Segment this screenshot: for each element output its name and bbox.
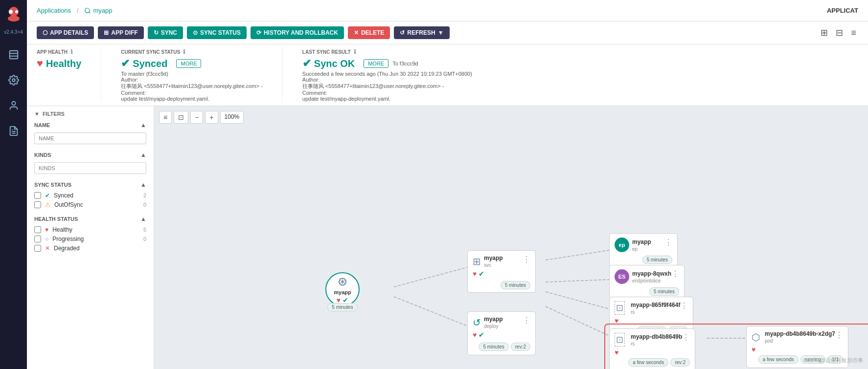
deploy-icon: ↺: [473, 317, 481, 328]
ep-node[interactable]: ep myapp ep ⋮ 5 minutes: [609, 233, 678, 267]
more-options-button[interactable]: ≡: [849, 25, 858, 40]
degraded-label: Degraded: [54, 245, 80, 252]
filter-icon: ▼: [34, 111, 40, 117]
zoom-in-button[interactable]: +: [205, 111, 218, 124]
endpointslice-menu-icon[interactable]: ⋮: [671, 269, 679, 279]
refresh-icon: ↺: [400, 29, 405, 36]
deploy-menu-icon[interactable]: ⋮: [523, 316, 530, 325]
delete-icon: ✕: [354, 29, 359, 36]
crop-button[interactable]: ⊡: [174, 111, 188, 124]
svc-node[interactable]: ⊞ myapp svc ⋮ ♥ ✔ 5 minutes: [467, 250, 536, 293]
root-node-badge: 5 minutes: [327, 303, 357, 311]
svg-line-14: [394, 297, 467, 326]
refresh-dropdown-icon: ▼: [438, 29, 444, 36]
rs2-node-title: myapp-db4b8649b: [631, 333, 682, 340]
pod-menu-icon[interactable]: ⋮: [835, 330, 843, 340]
rs2-node-body: ⊡ myapp-db4b8649b rs: [615, 333, 682, 347]
breadcrumb-applications[interactable]: Applications: [37, 7, 71, 14]
breadcrumb-current: myapp: [84, 7, 112, 14]
progressing-label: Progressing: [52, 236, 84, 242]
zoom-out-button[interactable]: −: [190, 111, 203, 124]
svc-node-header: ⊞ myapp svc ⋮: [473, 255, 530, 268]
kinds-chevron[interactable]: ▲: [140, 152, 146, 158]
endpointslice-node[interactable]: ES myapp-8qwxh endpointslice ⋮ 5 minutes: [609, 265, 685, 299]
last-sync-more-button[interactable]: MORE: [364, 59, 388, 68]
refresh-button[interactable]: ↺ REFRESH ▼: [394, 26, 449, 39]
status-divider-1: [101, 48, 101, 102]
sync-button[interactable]: ↻ SYNC: [148, 26, 183, 39]
rs2-menu-icon[interactable]: ⋮: [682, 333, 690, 342]
rs2-node[interactable]: ⊡ myapp-db4b8649b rs ⋮ ♥ a few seconds r…: [609, 328, 695, 369]
rs1-node-header: ⊡ myapp-865f9f464f rs ⋮: [615, 301, 688, 315]
fit-view-button[interactable]: ≡: [159, 111, 172, 124]
current-sync-meta: To master (f3ccc9d) Author: 往事随风 <555847…: [121, 71, 262, 102]
sidebar: v2.4.3+4: [0, 0, 27, 369]
ep-node-title: myapp: [632, 239, 651, 245]
app-health-status: Healthy: [46, 58, 81, 69]
synced-checkbox[interactable]: [34, 192, 41, 199]
app-details-button[interactable]: ⬡ APP DETAILS: [37, 26, 94, 39]
sidebar-icon-layers[interactable]: [5, 46, 23, 64]
pod-node-body: ⬡ myapp-db4b8649b-x2dg7 pod: [752, 330, 835, 344]
ep-badge: 5 minutes: [642, 256, 672, 264]
deploy-check-icon: ✔: [479, 331, 484, 339]
svg-line-15: [546, 250, 609, 260]
deploy-node-status: ♥ ✔: [473, 331, 530, 339]
synced-label: Synced: [54, 192, 73, 199]
endpointslice-badge: 5 minutes: [649, 287, 679, 296]
grid-view-button[interactable]: ⊟: [834, 25, 845, 40]
svg-line-17: [546, 292, 609, 309]
status-divider-2: [282, 48, 283, 102]
sidebar-icon-docs[interactable]: [5, 122, 23, 140]
app-logo[interactable]: [4, 5, 23, 24]
app-diff-label: APP DIFF: [111, 29, 137, 36]
zoom-level: 100%: [220, 111, 244, 124]
breadcrumb-separator: /: [77, 7, 78, 14]
outofsync-checkbox[interactable]: [34, 201, 41, 208]
main-content: Applications / myapp APPLICAT ⬡ APP DETA…: [27, 0, 868, 369]
history-label: HISTORY AND ROLLBACK: [264, 29, 338, 36]
outofsync-label: OutOfSync: [54, 201, 83, 208]
svg-line-13: [394, 267, 467, 287]
health-heart-icon: ♥: [37, 57, 43, 70]
sidebar-icon-gear[interactable]: [5, 71, 23, 89]
history-icon: ⟳: [256, 29, 261, 36]
sync-status-info-icon[interactable]: ℹ: [183, 48, 185, 55]
ep-menu-icon[interactable]: ⋮: [664, 238, 672, 247]
root-node[interactable]: ⊛ myapp ♥ ✔ 5 minutes: [325, 272, 360, 306]
sync-status-button[interactable]: ⊙ SYNC STATUS: [187, 26, 247, 39]
rs2-node-type: rs: [631, 341, 682, 347]
name-chevron[interactable]: ▲: [140, 122, 146, 129]
history-rollback-button[interactable]: ⟳ HISTORY AND ROLLBACK: [251, 26, 344, 39]
sync-icon: ↻: [154, 29, 159, 36]
app-details-icon: ⬡: [43, 29, 47, 36]
kinds-filter-input[interactable]: [34, 162, 146, 174]
health-status-chevron[interactable]: ▲: [140, 216, 146, 222]
rs1-menu-icon[interactable]: ⋮: [680, 301, 688, 310]
rs2-node-status: ♥: [615, 348, 690, 356]
graph-area[interactable]: ≡ ⊡ − + 100%: [154, 106, 868, 369]
svg-line-12: [89, 12, 91, 13]
svg-line-16: [546, 280, 609, 282]
sidebar-icon-user[interactable]: [5, 97, 23, 114]
sync-status-chevron[interactable]: ▲: [140, 181, 146, 188]
deploy-node-title: myapp: [484, 316, 503, 323]
name-filter-title: NAME ▲: [34, 122, 146, 129]
refresh-label: REFRESH: [407, 29, 435, 36]
deploy-node-type: deploy: [484, 324, 503, 329]
svg-point-3: [8, 16, 20, 22]
app-health-info-icon[interactable]: ℹ: [70, 48, 73, 55]
current-sync-more-button[interactable]: MORE: [176, 59, 201, 68]
app-diff-button[interactable]: ⊞ APP DIFF: [98, 26, 143, 39]
tree-view-button[interactable]: ⊞: [819, 25, 830, 40]
synced-filter-item: ✔ Synced 2: [34, 192, 146, 199]
last-sync-info-icon[interactable]: ℹ: [354, 48, 356, 55]
deploy-heart-icon: ♥: [473, 331, 477, 339]
degraded-checkbox[interactable]: [34, 245, 41, 252]
name-filter-input[interactable]: [34, 132, 146, 144]
svc-menu-icon[interactable]: ⋮: [523, 255, 530, 264]
deploy-node[interactable]: ↺ myapp deploy ⋮ ♥ ✔ 5 minutes rev:2: [467, 311, 536, 355]
healthy-checkbox[interactable]: [34, 226, 41, 233]
delete-button[interactable]: ✕ DELETE: [348, 26, 390, 39]
progressing-checkbox[interactable]: [34, 236, 41, 242]
